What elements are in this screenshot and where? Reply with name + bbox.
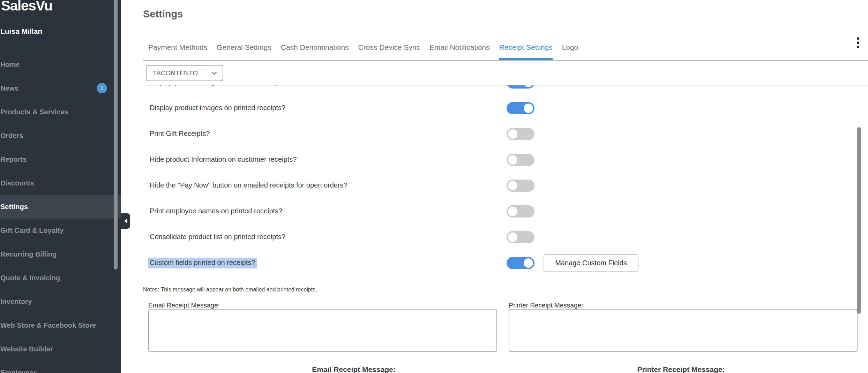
- toggle-knob: [508, 155, 517, 165]
- toggle-display-images-emailed[interactable]: [507, 85, 534, 89]
- sidebar-item-orders[interactable]: Orders: [0, 124, 121, 147]
- receipt-settings-panel: Display product images on emailed receip…: [121, 85, 868, 373]
- printer-receipt-message-heading: Printer Receipt Message:: [637, 365, 725, 373]
- toggle-custom-fields-printed[interactable]: [507, 257, 534, 269]
- tab-payment-methods[interactable]: Payment Methods: [148, 34, 207, 61]
- toggle-hide-pay-now-button[interactable]: [507, 180, 534, 192]
- chevron-down-icon: [211, 71, 217, 75]
- setting-label: Print Gift Receipts?: [148, 129, 212, 139]
- toggle-knob: [508, 181, 517, 190]
- manage-custom-fields-button[interactable]: Manage Custom Fields: [544, 254, 638, 272]
- user-name: Luisa Millan: [0, 27, 42, 36]
- toggle-knob: [524, 104, 533, 113]
- toggle-consolidate-product-list[interactable]: [507, 231, 534, 243]
- store-selector-value: TACONTENTO: [153, 69, 211, 77]
- tab-cash-denominations[interactable]: Cash Denominations: [281, 34, 349, 61]
- toggle-print-gift-receipts[interactable]: [507, 128, 534, 140]
- printer-receipt-message-label: Printer Receipt Message:: [509, 302, 583, 309]
- sidebar-item-products-services[interactable]: Products & Services: [0, 100, 121, 124]
- email-receipt-message-heading: Email Receipt Message:: [312, 365, 395, 373]
- kebab-dot: [857, 46, 859, 48]
- setting-row: Custom fields printed on receipts? Manag…: [121, 250, 868, 276]
- sidebar-scrollbar[interactable]: [114, 0, 118, 269]
- app-window: SalesVu Luisa Millan Home News 1 Product…: [0, 0, 868, 373]
- setting-row: Print Gift Receipts?: [121, 121, 868, 147]
- sidebar-item-reports[interactable]: Reports: [0, 147, 121, 171]
- toggle-knob: [508, 233, 517, 242]
- news-count-badge: 1: [97, 83, 107, 93]
- settings-tabs: Payment Methods General Settings Cash De…: [148, 34, 578, 61]
- more-options-kebab-menu[interactable]: [856, 36, 860, 49]
- toggle-print-employee-names[interactable]: [507, 205, 534, 218]
- notes-text: Notes: This message will appear on both …: [143, 287, 317, 293]
- setting-row-clipped: Display product images on emailed receip…: [121, 85, 868, 95]
- tabs-divider: [143, 60, 868, 61]
- setting-label: Hide product Information on customer rec…: [148, 154, 299, 165]
- tab-email-notifications[interactable]: Email Notifications: [429, 34, 490, 61]
- sidebar-item-home[interactable]: Home: [0, 53, 121, 76]
- printer-receipt-message-input[interactable]: [509, 309, 858, 352]
- collapse-left-arrow-icon: [124, 219, 127, 223]
- sidebar-item-website-builder[interactable]: Website Builder: [0, 337, 121, 361]
- setting-label: Hide the "Pay Now" button on emailed rec…: [148, 180, 350, 191]
- salesvu-logo: SalesVu: [1, 0, 52, 14]
- setting-label: Consolidate product list on printed rece…: [148, 232, 287, 243]
- toggle-hide-product-information[interactable]: [507, 154, 534, 166]
- sidebar-item-gift-card-loyalty[interactable]: Gift Card & Loyalty: [0, 219, 121, 242]
- setting-label-custom-fields: Custom fields printed on receipts?: [148, 258, 257, 268]
- setting-row: Hide the "Pay Now" button on emailed rec…: [121, 173, 868, 198]
- sidebar: SalesVu Luisa Millan Home News 1 Product…: [0, 0, 121, 373]
- sidebar-item-discounts[interactable]: Discounts: [0, 171, 121, 195]
- sidebar-item-recurring-billing[interactable]: Recurring Billing: [0, 242, 121, 266]
- setting-label: Print employee names on printed receipts…: [148, 206, 284, 217]
- sidebar-item-employees[interactable]: Employees: [0, 361, 121, 373]
- email-receipt-message-input[interactable]: [148, 309, 497, 352]
- page-title: Settings: [143, 8, 183, 20]
- setting-label: Display product images on printed receip…: [148, 103, 287, 114]
- toggle-knob: [508, 207, 517, 216]
- sidebar-nav: Home News 1 Products & Services Orders R…: [0, 53, 121, 373]
- toggle-knob: [524, 258, 533, 268]
- tab-receipt-settings[interactable]: Receipt Settings: [499, 34, 553, 61]
- sidebar-item-settings[interactable]: Settings: [0, 195, 121, 219]
- setting-row: Display product images on printed receip…: [121, 95, 868, 121]
- setting-row: Print employee names on printed receipts…: [121, 198, 868, 224]
- tab-cross-device-sync[interactable]: Cross Device Sync: [358, 34, 420, 61]
- email-receipt-message-label: Email Receipt Message:: [148, 302, 220, 309]
- content-scrollbar[interactable]: [857, 127, 861, 314]
- sidebar-item-inventory[interactable]: Inventory: [0, 290, 121, 313]
- setting-row: Hide product Information on customer rec…: [121, 147, 868, 173]
- sidebar-collapse-button[interactable]: [121, 213, 130, 229]
- setting-row: Consolidate product list on printed rece…: [121, 224, 868, 250]
- toggle-knob: [524, 85, 533, 87]
- kebab-dot: [857, 41, 859, 44]
- toggle-knob: [508, 129, 517, 139]
- setting-label: Display product images on emailed receip…: [148, 85, 291, 88]
- main-content: Settings Payment Methods General Setting…: [121, 0, 868, 373]
- sidebar-item-web-store-facebook-store[interactable]: Web Store & Facebook Store: [0, 313, 121, 337]
- store-selector-dropdown[interactable]: TACONTENTO: [146, 65, 223, 81]
- tab-logo[interactable]: Logo: [562, 34, 578, 61]
- kebab-dot: [857, 37, 859, 40]
- toggle-display-product-images[interactable]: [507, 102, 534, 114]
- sidebar-item-quote-invoicing[interactable]: Quote & Invoicing: [0, 266, 121, 290]
- sidebar-item-news[interactable]: News 1: [0, 76, 121, 100]
- tab-general-settings[interactable]: General Settings: [217, 34, 271, 61]
